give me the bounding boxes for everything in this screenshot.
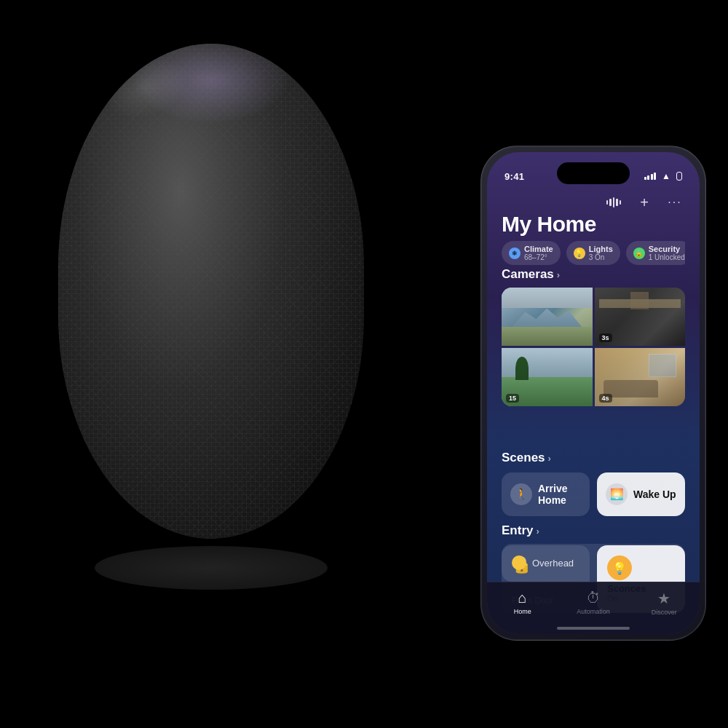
overhead-partial-card[interactable]: Overhead (502, 544, 685, 582)
camera-2[interactable]: 3s (595, 288, 686, 346)
scenes-section: Scenes › 🚶 Arrive Home 🌅 Wake Up (502, 451, 685, 516)
homepod (22, 44, 400, 590)
arrive-home-button[interactable]: 🚶 Arrive Home (502, 472, 590, 516)
wake-up-label: Wake Up (633, 488, 676, 500)
climate-value: 68–72° (524, 253, 553, 261)
scenes-row: 🚶 Arrive Home 🌅 Wake Up (502, 472, 685, 516)
security-value: 1 Unlocked (649, 253, 685, 261)
camera-3[interactable]: 15 (502, 348, 593, 406)
iphone: 9:41 ▲ (480, 146, 706, 641)
scenes-header[interactable]: Scenes › (502, 451, 685, 465)
signal-bar-2 (647, 175, 649, 180)
signal-bar-3 (651, 174, 653, 180)
camera-grid: 3s 15 (502, 288, 685, 406)
tab-home[interactable]: ⌂ Home (487, 590, 558, 615)
security-icon: 🔒 (633, 248, 645, 259)
wake-up-icon: 🌅 (606, 483, 628, 505)
iphone-body: 9:41 ▲ (480, 146, 706, 641)
status-icons: ▲ (644, 171, 682, 181)
homepod-body (58, 44, 364, 539)
home-tab-icon: ⌂ (518, 590, 527, 606)
lights-value: 3 On (589, 253, 613, 261)
cam3-timestamp: 15 (506, 394, 519, 403)
cam2-timestamp: 3s (599, 333, 612, 342)
lights-label: Lights (589, 245, 613, 253)
automation-tab-icon: ⏱ (586, 590, 601, 606)
arrive-home-icon: 🚶 (510, 483, 532, 505)
arrive-home-label: Arrive Home (538, 483, 581, 506)
signal-bar-4 (654, 173, 656, 180)
signal-bar-1 (644, 177, 646, 180)
add-button[interactable]: + (634, 192, 654, 213)
security-label: Security (649, 245, 685, 253)
chip-security[interactable]: 🔒 Security 1 Unlocked (626, 241, 685, 265)
cameras-label: Cameras (502, 267, 554, 282)
overhead-icon (512, 555, 526, 570)
climate-icon: ❄ (509, 248, 521, 259)
automation-tab-label: Automation (577, 608, 610, 615)
cameras-section: Cameras › (502, 267, 685, 406)
climate-label: Climate (524, 245, 553, 253)
entry-chevron: › (536, 526, 539, 537)
entry-label: Entry (502, 523, 533, 538)
battery-icon (676, 172, 682, 181)
entry-header[interactable]: Entry › (502, 523, 685, 538)
lights-icon: 💡 (574, 248, 585, 259)
waveform-icon (606, 197, 622, 208)
cameras-header[interactable]: Cameras › (502, 267, 685, 282)
overhead-label: Overhead (532, 558, 574, 569)
tab-automation[interactable]: ⏱ Automation (558, 590, 628, 615)
camera-4[interactable]: 4s (595, 348, 686, 406)
discover-tab-label: Discover (652, 609, 677, 616)
home-indicator (557, 627, 630, 630)
cam4-timestamp: 4s (599, 394, 612, 403)
cameras-chevron: › (557, 269, 560, 280)
status-chips: ❄ Climate 68–72° 💡 Lights 3 On 🔒 (502, 241, 685, 265)
homepod-base (95, 546, 328, 590)
wake-up-button[interactable]: 🌅 Wake Up (597, 472, 685, 516)
more-button[interactable]: ··· (665, 192, 685, 213)
signal-bars-icon (644, 173, 657, 180)
page-title: My Home (502, 212, 596, 237)
app-header: + ··· (487, 192, 700, 213)
waveform-button[interactable] (604, 192, 624, 213)
iphone-screen: 9:41 ▲ (487, 152, 700, 634)
scenes-label: Scenes (502, 451, 545, 465)
home-tab-label: Home (514, 608, 531, 615)
tab-discover[interactable]: ★ Discover (629, 590, 700, 616)
discover-tab-icon: ★ (657, 590, 670, 607)
chip-climate[interactable]: ❄ Climate 68–72° (502, 241, 561, 265)
status-time: 9:41 (505, 171, 524, 182)
scenes-chevron: › (548, 453, 551, 464)
wifi-icon: ▲ (662, 171, 670, 181)
chip-lights[interactable]: 💡 Lights 3 On (566, 241, 620, 265)
camera-1[interactable] (502, 288, 593, 346)
dynamic-island (557, 162, 630, 184)
